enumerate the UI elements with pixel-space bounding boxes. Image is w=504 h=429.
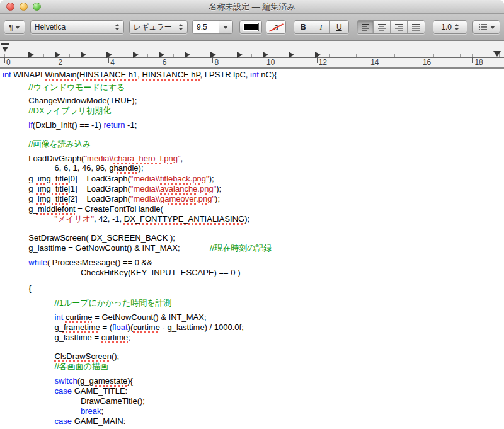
- updown-arrows-icon: [454, 24, 459, 30]
- tab-stop-marker[interactable]: [28, 52, 34, 58]
- align-center-icon: [377, 24, 386, 31]
- code-line: g_img_title[0] = LoadGraph("media\\title…: [0, 174, 504, 184]
- ruler-tick: [265, 57, 265, 63]
- code-line: int WINAPI WinMain(HINSTANCE h1, HINSTAN…: [0, 70, 504, 83]
- font-style-value: レギュラー: [134, 22, 172, 33]
- align-center-button[interactable]: [374, 21, 391, 33]
- ruler-tick: [212, 57, 213, 63]
- code-line: break;: [0, 406, 504, 416]
- tab-stop-marker[interactable]: [210, 52, 216, 58]
- ruler-tick: [57, 57, 57, 63]
- code-line: 6, 6, 1, 46, 96, ghandle);: [0, 163, 504, 174]
- code-line: g_img_title[1] = LoadGraph("media\\avala…: [0, 184, 504, 194]
- ruler-number: 18: [474, 58, 483, 67]
- ruler-number: 12: [319, 58, 327, 67]
- tab-stop-marker[interactable]: [289, 52, 294, 58]
- code-line: SetDrawScreen( DX_SCREEN_BACK );: [0, 233, 504, 243]
- code-line: //各画面の描画: [0, 362, 504, 376]
- code-line: g_middlefont = CreateFontToHandle(: [0, 204, 504, 214]
- tab-stop-marker[interactable]: [106, 52, 112, 58]
- ruler-number: 16: [423, 58, 431, 67]
- font-size-field[interactable]: [192, 20, 219, 34]
- align-right-button[interactable]: [391, 21, 408, 33]
- code-line: g_lasttime = GetNowCount() & INT_MAX;//現…: [0, 243, 504, 258]
- code-line: g_lasttime = curtime;: [0, 333, 504, 352]
- tab-stop-marker[interactable]: [237, 52, 243, 58]
- font-size-dropdown-button[interactable]: [219, 20, 233, 34]
- chevron-down-icon: [490, 26, 495, 29]
- line-spacing-stepper[interactable]: 1.0: [433, 20, 468, 34]
- code-line: //画像を読み込み: [0, 139, 504, 154]
- textedit-window: 名称未設定 — 編集済み ¶ Helvetica レギュラー a: [0, 0, 504, 429]
- code-line: DrawGameTitle();: [0, 396, 504, 406]
- ruler-number: 0: [6, 58, 11, 67]
- tab-stop-marker[interactable]: [263, 52, 268, 58]
- paragraph-styles-button[interactable]: ¶: [4, 20, 25, 34]
- align-justify-button[interactable]: [408, 21, 425, 33]
- ruler-tick: [369, 57, 369, 63]
- ruler-number: 14: [370, 58, 379, 67]
- list-style-button[interactable]: [472, 20, 500, 34]
- ruler-number: 10: [266, 58, 275, 67]
- left-margin-marker[interactable]: [2, 47, 8, 52]
- tab-stop-marker[interactable]: [185, 52, 190, 58]
- font-style-popup[interactable]: レギュラー: [129, 20, 188, 34]
- right-margin-marker[interactable]: [493, 51, 501, 57]
- code-line: DrawGameMain();: [0, 426, 504, 427]
- text-color-well[interactable]: [239, 20, 262, 34]
- code-line: ChangeWindowMode(TRUE);: [0, 96, 504, 106]
- tab-stop-marker[interactable]: [159, 52, 164, 58]
- ruler-tick: [472, 57, 473, 63]
- code-line: "メイリオ", 42, -1, DX_FONTTYPE_ANTIALIASING…: [0, 214, 504, 233]
- font-family-value: Helvetica: [35, 23, 66, 31]
- code-line: //1ループにかかった時間を計測: [0, 298, 504, 312]
- text-style-segmented-control: B I U: [294, 20, 348, 34]
- align-justify-icon: [411, 24, 420, 31]
- tab-stop-marker[interactable]: [55, 52, 60, 58]
- tab-stop-marker[interactable]: [133, 52, 139, 58]
- code-line: g_frametime = (float)(curtime - g_lastti…: [0, 323, 504, 333]
- ruler-tick: [421, 57, 421, 63]
- bold-button[interactable]: B: [294, 21, 312, 33]
- ruler-tick: [4, 57, 5, 63]
- ruler-number: 6: [163, 58, 167, 67]
- code-line: //DXライブラリ初期化: [0, 106, 504, 120]
- code-area[interactable]: int WINAPI WinMain(HINSTANCE h1, HINSTAN…: [0, 69, 504, 427]
- chevron-down-icon: [223, 26, 228, 29]
- color-swatch: [243, 23, 259, 31]
- ruler-tick: [317, 57, 318, 63]
- align-right-icon: [394, 24, 403, 31]
- list-icon: [478, 23, 488, 31]
- code-line: case GAME_MAIN:: [0, 416, 504, 426]
- code-line: int curtime = GetNowCount() & INT_MAX;: [0, 312, 504, 323]
- ruler-number: 4: [110, 58, 115, 67]
- align-left-button[interactable]: [357, 21, 374, 33]
- font-size-combo: [192, 20, 233, 34]
- code-line: while( ProcessMessage() == 0 &&: [0, 258, 504, 268]
- tab-stop-marker[interactable]: [81, 52, 86, 58]
- pilcrow-icon: ¶: [9, 23, 13, 32]
- updown-arrows-icon: [178, 24, 183, 30]
- titlebar[interactable]: 名称未設定 — 編集済み: [0, 0, 504, 14]
- code-line: case GAME_TITLE:: [0, 386, 504, 396]
- minimize-button[interactable]: [20, 3, 28, 11]
- underline-button[interactable]: U: [330, 21, 348, 33]
- font-family-popup[interactable]: Helvetica: [30, 20, 124, 34]
- highlight-color-button[interactable]: a: [266, 20, 287, 34]
- code-line: switch(g_gamestate){: [0, 376, 504, 386]
- code-line: LoadDivGraph("media\\chara_hero_l.png",: [0, 154, 504, 163]
- italic-button[interactable]: I: [312, 21, 330, 33]
- tab-stop-marker[interactable]: [315, 52, 321, 58]
- code-line: if(DxLib_Init() == -1) return -1;: [0, 120, 504, 139]
- close-button[interactable]: [6, 3, 14, 11]
- chevron-down-icon: [15, 26, 20, 29]
- ruler-tick: [161, 57, 161, 63]
- window-controls: [6, 3, 41, 11]
- zoom-button[interactable]: [33, 3, 41, 11]
- code-line: {: [0, 283, 504, 298]
- first-line-indent-marker[interactable]: [1, 43, 9, 45]
- code-line: ClsDrawScreen();: [0, 352, 504, 362]
- ruler[interactable]: 024681012141618: [0, 41, 504, 69]
- alignment-segmented-control: [357, 20, 425, 34]
- updown-arrows-icon: [115, 24, 120, 30]
